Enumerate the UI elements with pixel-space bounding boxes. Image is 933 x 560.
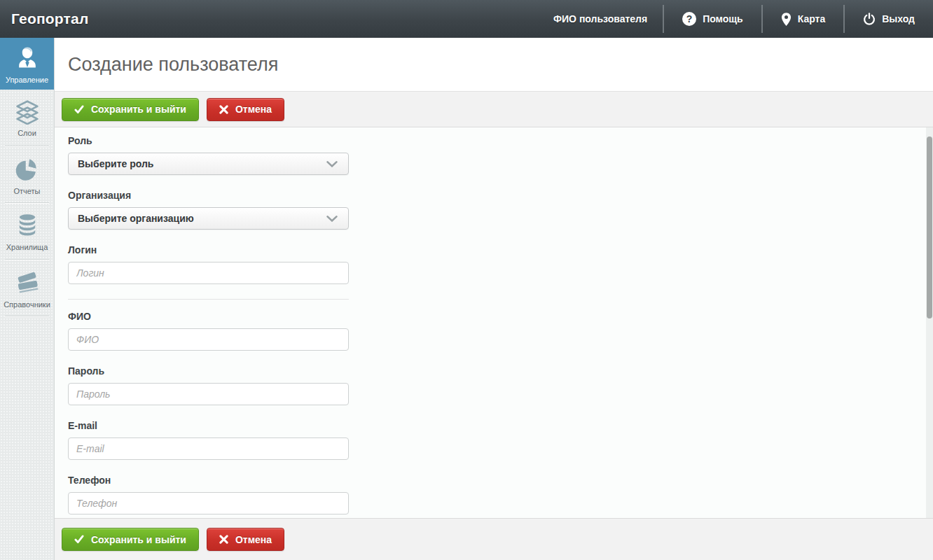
- field-fullname: ФИО: [68, 311, 349, 351]
- field-password: Пароль: [68, 365, 349, 405]
- sidebar-item-storages[interactable]: Хранилища: [0, 203, 54, 260]
- toolbar-bottom: Сохранить и выйти Отмена: [55, 518, 933, 560]
- user-fullname[interactable]: ФИО пользователя: [538, 13, 663, 24]
- x-icon: [219, 535, 228, 544]
- pie-chart-icon: [13, 155, 41, 183]
- cancel-button-bottom[interactable]: Отмена: [207, 528, 284, 551]
- books-icon: [13, 268, 41, 296]
- database-icon: [14, 212, 41, 239]
- role-select[interactable]: Выберите роль: [68, 153, 349, 175]
- field-email: E-mail: [68, 420, 349, 460]
- main-content: Создание пользователя Сохранить и выйти …: [55, 38, 933, 560]
- password-input[interactable]: [68, 383, 349, 405]
- sidebar-item-references[interactable]: Справочники: [0, 260, 54, 316]
- sidebar-item-label: Слои: [18, 129, 36, 137]
- login-input[interactable]: [68, 262, 349, 284]
- header-divider: [663, 5, 664, 33]
- check-icon: [74, 105, 84, 114]
- fullname-input[interactable]: [68, 328, 349, 351]
- page-title: Создание пользователя: [68, 54, 278, 76]
- page-title-bar: Создание пользователя: [55, 38, 933, 92]
- logout-link[interactable]: Выход: [845, 0, 933, 38]
- save-exit-button[interactable]: Сохранить и выйти: [62, 98, 199, 121]
- organization-select[interactable]: Выберите организацию: [68, 207, 349, 230]
- sidebar-item-layers[interactable]: Слои: [0, 90, 54, 146]
- map-pin-icon: [781, 12, 792, 27]
- cancel-button[interactable]: Отмена: [207, 98, 284, 121]
- role-label: Роль: [68, 135, 349, 146]
- field-organization: Организация Выберите организацию: [68, 190, 349, 230]
- help-icon: ?: [682, 12, 696, 26]
- app-logo[interactable]: Геопортал: [0, 10, 89, 27]
- help-link[interactable]: ? Помощь: [664, 0, 761, 38]
- user-icon: [13, 43, 41, 71]
- x-icon: [219, 105, 228, 114]
- header-divider: [761, 5, 763, 33]
- field-role: Роль Выберите роль: [68, 135, 349, 175]
- sidebar-item-label: Справочники: [4, 300, 50, 309]
- sidebar: Управление Слои Отчеты: [0, 38, 55, 560]
- login-label: Логин: [68, 244, 349, 255]
- help-label: Помощь: [703, 13, 743, 24]
- role-select-value: Выберите роль: [78, 158, 153, 169]
- phone-label: Телефон: [68, 475, 349, 486]
- map-link[interactable]: Карта: [763, 0, 844, 38]
- scrollbar-thumb[interactable]: [927, 136, 932, 318]
- app-header: Геопортал ФИО пользователя ? Помощь Карт…: [0, 0, 933, 38]
- phone-input[interactable]: [68, 492, 349, 514]
- map-label: Карта: [798, 13, 826, 24]
- sidebar-item-management[interactable]: Управление: [0, 38, 54, 90]
- sidebar-item-label: Хранилища: [6, 243, 48, 251]
- fullname-label: ФИО: [68, 311, 349, 322]
- chevron-down-icon: [326, 216, 338, 222]
- field-phone: Телефон: [68, 475, 349, 514]
- user-create-form: Роль Выберите роль Организация Выберите …: [55, 127, 933, 518]
- email-label: E-mail: [68, 420, 349, 431]
- chevron-down-icon: [326, 161, 338, 167]
- toolbar-top: Сохранить и выйти Отмена: [55, 92, 933, 127]
- header-divider: [843, 5, 845, 33]
- save-exit-button-bottom[interactable]: Сохранить и выйти: [62, 528, 199, 551]
- power-icon: [863, 13, 876, 25]
- organization-select-value: Выберите организацию: [78, 213, 194, 224]
- field-login: Логин: [68, 244, 349, 284]
- vertical-scrollbar[interactable]: [926, 127, 933, 518]
- logout-label: Выход: [882, 13, 915, 24]
- organization-label: Организация: [68, 190, 349, 201]
- sidebar-item-label: Управление: [6, 76, 48, 84]
- sidebar-item-reports[interactable]: Отчеты: [0, 146, 54, 203]
- header-nav: ФИО пользователя ? Помощь Карта: [538, 0, 933, 38]
- layers-icon: [13, 99, 41, 125]
- sidebar-item-label: Отчеты: [13, 187, 40, 195]
- form-section-divider: [68, 299, 349, 300]
- password-label: Пароль: [68, 365, 349, 377]
- check-icon: [74, 535, 84, 544]
- email-input[interactable]: [68, 438, 349, 460]
